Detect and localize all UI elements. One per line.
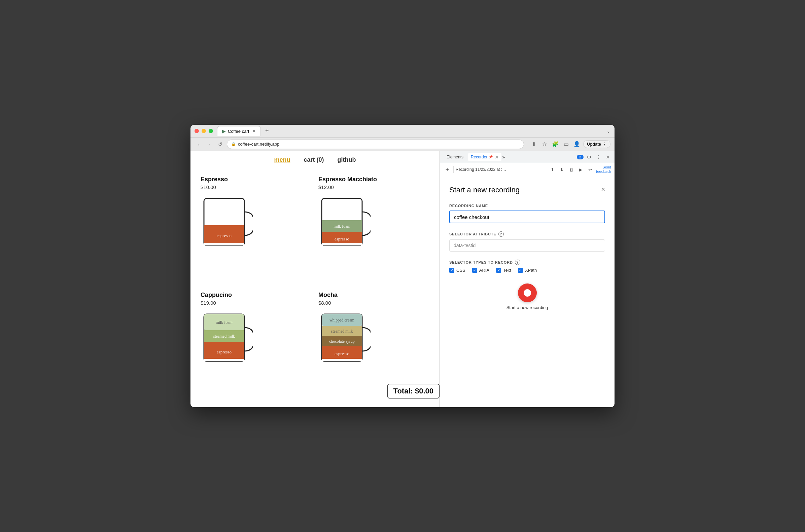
delete-icon[interactable]: 🗑 — [567, 166, 575, 173]
rewind-icon[interactable]: ↩ — [586, 166, 594, 173]
new-tab-button[interactable]: + — [262, 127, 272, 136]
recording-name-input[interactable] — [449, 210, 605, 223]
extensions-icon[interactable]: 🧩 — [551, 141, 560, 147]
minimize-button[interactable] — [202, 129, 206, 133]
coffee-price: $19.00 — [201, 300, 312, 306]
nav-menu-link[interactable]: menu — [274, 156, 290, 164]
coffee-name: Espresso — [201, 176, 312, 183]
back-button[interactable]: ‹ — [195, 141, 203, 147]
tab-recorder[interactable]: Recorder 📌 ✕ — [468, 153, 501, 161]
recorder-content: Start a new recording × RECORDING NAME S… — [440, 176, 615, 407]
tab-favicon-icon: ▶ — [222, 129, 226, 134]
record-inner-circle — [524, 289, 531, 297]
recorder-tab-close-icon[interactable]: ✕ — [495, 154, 499, 160]
list-item: Cappucino $19.00 milk foam steamed milk — [201, 291, 312, 400]
recorder-close-button[interactable]: × — [601, 186, 605, 193]
url-bar[interactable]: 🔒 coffee-cart.netlify.app — [227, 139, 524, 149]
more-tabs-icon[interactable]: » — [502, 154, 505, 160]
add-recording-button[interactable]: + — [443, 166, 451, 173]
recording-name-label: RECORDING NAME — [449, 204, 605, 208]
tab-title: Coffee cart — [228, 129, 249, 134]
checkbox-xpath[interactable]: ✓ XPath — [518, 268, 537, 273]
svg-rect-18 — [204, 359, 244, 361]
devtools-close-icon[interactable]: ✕ — [604, 153, 612, 161]
download-icon[interactable]: ⬇ — [557, 166, 566, 173]
selector-attr-help-icon[interactable]: ? — [498, 231, 504, 237]
profile-icon[interactable]: 👤 — [572, 141, 581, 147]
coffee-cup-macchiato[interactable]: milk foam espresso — [318, 193, 370, 252]
cup-svg: espresso — [201, 193, 253, 252]
svg-text:steamed milk: steamed milk — [331, 329, 353, 334]
active-tab[interactable]: ▶ Coffee cart ✕ — [217, 126, 261, 136]
tab-bar: ▶ Coffee cart ✕ + ⌄ — [217, 126, 610, 136]
record-section: Start a new recording — [449, 284, 605, 310]
close-button[interactable] — [195, 129, 199, 133]
play-icon[interactable]: ▶ — [577, 166, 585, 173]
forward-button[interactable]: › — [205, 141, 213, 147]
checkbox-text-label: Text — [503, 268, 511, 273]
settings-icon[interactable]: ⚙ — [585, 153, 593, 161]
tab-menu-button[interactable]: ⌄ — [606, 129, 610, 134]
coffee-cup-cappucino[interactable]: milk foam steamed milk espresso — [201, 309, 253, 368]
start-recording-button[interactable] — [518, 284, 537, 302]
traffic-lights — [195, 129, 213, 133]
svg-text:milk foam: milk foam — [333, 224, 350, 229]
coffee-cup-mocha[interactable]: whipped cream steamed milk chocolate syr… — [318, 309, 370, 368]
svg-rect-28 — [322, 359, 362, 361]
more-options-icon[interactable]: ⋮ — [594, 153, 602, 161]
svg-text:espresso: espresso — [217, 233, 232, 238]
selector-types-label: SELECTOR TYPES TO RECORD ? — [449, 260, 605, 265]
bookmark-icon[interactable]: ☆ — [540, 141, 549, 147]
checkbox-xpath-label: XPath — [525, 268, 537, 273]
recorder-toolbar: + Recording 11/23/2022 at : ⌄ ⬆ ⬇ 🗑 ▶ ↩ … — [440, 163, 615, 176]
update-btn-label: Update — [587, 141, 601, 147]
checkbox-text[interactable]: ✓ Text — [496, 268, 511, 273]
notification-badge: 2 — [577, 155, 584, 159]
chevron-down-icon[interactable]: ⌄ — [504, 167, 507, 172]
svg-text:steamed milk: steamed milk — [213, 334, 235, 339]
sidebar-icon[interactable]: ▭ — [562, 141, 570, 147]
tab-elements[interactable]: Elements — [442, 153, 468, 161]
coffee-grid: Espresso $10.00 espresso — [190, 169, 440, 407]
selector-types-group: SELECTOR TYPES TO RECORD ? ✓ CSS ✓ ARIA — [449, 260, 605, 273]
selector-attr-label: SELECTOR ATTRIBUTE ? — [449, 231, 605, 237]
checkbox-aria-label: ARIA — [479, 268, 489, 273]
site-nav: menu cart (0) github — [190, 151, 440, 169]
tab-close-icon[interactable]: ✕ — [252, 129, 256, 133]
checkbox-text-box: ✓ — [496, 268, 501, 273]
cup-svg: milk foam espresso — [318, 193, 370, 252]
checkbox-aria-box: ✓ — [472, 268, 477, 273]
browser-window: ▶ Coffee cart ✕ + ⌄ ‹ › ↺ 🔒 coffee-cart.… — [190, 125, 615, 407]
selector-attr-field-group: SELECTOR ATTRIBUTE ? — [449, 231, 605, 260]
list-item: Espresso Macchiato $12.00 milk foam espr… — [318, 176, 429, 285]
reload-button[interactable]: ↺ — [216, 141, 224, 147]
title-bar: ▶ Coffee cart ✕ + ⌄ — [190, 125, 615, 137]
share-icon[interactable]: ⬆ — [529, 141, 538, 147]
upload-icon[interactable]: ⬆ — [548, 166, 556, 173]
list-item: Mocha $8.00 whipped cream steamed milk — [318, 291, 429, 400]
coffee-name: Espresso Macchiato — [318, 176, 429, 183]
cup-svg: whipped cream steamed milk chocolate syr… — [318, 309, 370, 368]
update-button[interactable]: Update ⋮ — [583, 140, 610, 148]
nav-cart-link[interactable]: cart (0) — [304, 156, 324, 164]
send-feedback-link[interactable]: Sendfeedback — [596, 165, 611, 174]
checkbox-css[interactable]: ✓ CSS — [449, 268, 465, 273]
checkbox-aria[interactable]: ✓ ARIA — [472, 268, 489, 273]
checkbox-xpath-box: ✓ — [518, 268, 523, 273]
svg-text:milk foam: milk foam — [216, 320, 233, 325]
selector-attr-input[interactable] — [449, 240, 605, 251]
recording-name-field-group: RECORDING NAME — [449, 204, 605, 231]
maximize-button[interactable] — [209, 129, 213, 133]
svg-text:espresso: espresso — [334, 351, 349, 356]
nav-github-link[interactable]: github — [337, 156, 356, 164]
total-badge: Total: $0.00 — [387, 384, 440, 399]
recording-name-text: Recording 11/23/2022 at : — [456, 167, 502, 172]
coffee-cup-espresso[interactable]: espresso — [201, 193, 253, 252]
checkbox-css-box: ✓ — [449, 268, 454, 273]
svg-text:chocolate syrup: chocolate syrup — [329, 339, 355, 344]
toolbar-divider — [453, 166, 454, 173]
coffee-name: Mocha — [318, 291, 429, 299]
toolbar-right: ⬆ ☆ 🧩 ▭ 👤 Update ⋮ — [529, 140, 610, 148]
selector-types-help-icon[interactable]: ? — [515, 260, 520, 265]
recorder-panel-title: Start a new recording — [449, 186, 519, 194]
